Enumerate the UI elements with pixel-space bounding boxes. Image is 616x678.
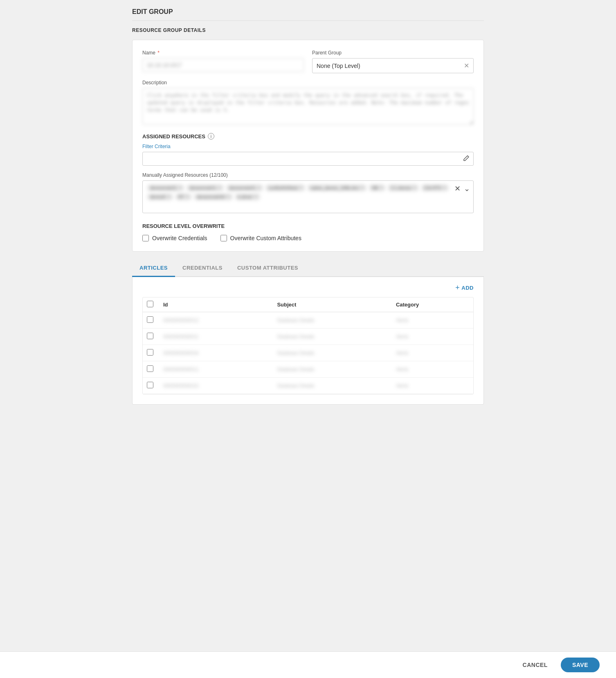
- tag-6: NB ×: [369, 184, 386, 191]
- tabs-row: ARTICLES CREDENTIALS CUSTOM ATTRIBUTES: [132, 260, 484, 277]
- assigned-resources-title: ASSIGNED RESOURCES i: [142, 133, 474, 140]
- add-btn-row: + ADD: [142, 284, 474, 292]
- row-3-id: 0000000000034: [159, 345, 273, 361]
- tag-7: 2.1.device ×: [387, 184, 419, 191]
- articles-table-wrapper[interactable]: Id Subject Category 0000000000012 Databa…: [142, 297, 474, 394]
- col-id: Id: [159, 297, 273, 312]
- row-1-id: 0000000000012: [159, 312, 273, 329]
- overwrite-section-title: RESOURCE LEVEL OVERWRITE: [142, 223, 474, 229]
- tags-box: devicemstr#1 × devicemstr#1 × devicemstr…: [142, 180, 474, 213]
- tag-10: RT ×: [175, 193, 192, 200]
- table-row: 0000000000011 Database Details Alerts: [143, 361, 473, 378]
- tag-4: conflctHH#test ×: [265, 184, 306, 191]
- description-textarea[interactable]: Click anywhere in the filter criteria bo…: [142, 88, 474, 125]
- tag-2: devicemstr#1 ×: [186, 184, 224, 191]
- resource-group-details-card: Name * Parent Group None (Top Level) ✕ D…: [132, 40, 484, 252]
- description-label: Description: [142, 80, 474, 86]
- parent-group-label: Parent Group: [312, 50, 474, 56]
- manually-assigned-label: Manually Assigned Resources (12/100): [142, 172, 474, 178]
- name-label: Name *: [142, 50, 304, 56]
- tag-5: native_device_168k.drvr ×: [307, 184, 367, 191]
- row-5-subject: Database Details: [273, 378, 391, 394]
- articles-table: Id Subject Category 0000000000012 Databa…: [143, 297, 473, 394]
- parent-group-group: Parent Group None (Top Level) ✕: [312, 50, 474, 73]
- overwrite-custom-attributes-checkbox[interactable]: [220, 235, 227, 241]
- overwrite-custom-attributes-item: Overwrite Custom Attributes: [220, 235, 301, 241]
- name-group: Name *: [142, 50, 304, 73]
- overwrite-custom-attributes-label: Overwrite Custom Attributes: [230, 235, 301, 241]
- edit-filter-icon[interactable]: [463, 155, 470, 163]
- col-subject: Subject: [273, 297, 391, 312]
- select-all-checkbox[interactable]: [147, 301, 153, 307]
- row-2-subject: Database Details: [273, 329, 391, 345]
- tab-custom-attributes[interactable]: CUSTOM ATTRIBUTES: [230, 260, 306, 277]
- add-button[interactable]: + ADD: [455, 284, 474, 292]
- row-3-checkbox[interactable]: [147, 349, 153, 356]
- row-4-subject: Database Details: [273, 361, 391, 378]
- row-2-category: Alerts: [392, 329, 473, 345]
- tag-1: devicemstr#1 ×: [147, 184, 184, 191]
- table-header: Id Subject Category: [143, 297, 473, 312]
- section-title: RESOURCE GROUP DETAILS: [132, 27, 484, 33]
- col-checkbox: [143, 297, 159, 312]
- tag-8: 216.RT5 ×: [421, 184, 449, 191]
- tag-11: devicemstrHH ×: [193, 193, 233, 200]
- table-row: 0000000000021 Database Details Alerts: [143, 329, 473, 345]
- row-5-checkbox[interactable]: [147, 382, 153, 388]
- tags-box-actions: ✕ ⌄: [454, 184, 470, 193]
- tab-credentials[interactable]: CREDENTIALS: [175, 260, 230, 277]
- parent-group-select[interactable]: None (Top Level) ✕: [312, 58, 474, 73]
- row-5-category: Alerts: [392, 378, 473, 394]
- filter-criteria-wrap: agent.version = "15.0.0-1": [142, 152, 474, 166]
- tag-9: device5 ×: [147, 193, 173, 200]
- row-3-subject: Database Details: [273, 345, 391, 361]
- tag-12: k.driver ×: [235, 193, 261, 200]
- row-5-id: 0000000000010: [159, 378, 273, 394]
- clear-parent-group-icon[interactable]: ✕: [464, 62, 469, 70]
- row-1-subject: Database Details: [273, 312, 391, 329]
- add-label: ADD: [461, 285, 474, 291]
- row-3-category: Alerts: [392, 345, 473, 361]
- row-4-category: Alerts: [392, 361, 473, 378]
- overwrite-credentials-label: Overwrite Credentials: [152, 235, 207, 241]
- name-parent-row: Name * Parent Group None (Top Level) ✕: [142, 50, 474, 73]
- row-2-checkbox[interactable]: [147, 333, 153, 339]
- row-1-category: Alerts: [392, 312, 473, 329]
- tab-content-articles: + ADD Id Subject Category: [132, 277, 484, 405]
- row-4-checkbox[interactable]: [147, 365, 153, 372]
- tag-3: devicemstr#1 ×: [226, 184, 263, 191]
- expand-tags-icon[interactable]: ⌄: [464, 184, 470, 193]
- add-plus-icon: +: [455, 284, 460, 292]
- page-title: EDIT GROUP: [132, 8, 484, 21]
- table-row: 0000000000012 Database Details Alerts: [143, 312, 473, 329]
- table-row: 0000000000034 Database Details Alerts: [143, 345, 473, 361]
- name-input[interactable]: [142, 58, 304, 72]
- parent-group-value: None (Top Level): [317, 63, 360, 69]
- clear-tags-icon[interactable]: ✕: [454, 184, 461, 193]
- overwrite-row: Overwrite Credentials Overwrite Custom A…: [142, 235, 474, 241]
- table-body: 0000000000012 Database Details Alerts 00…: [143, 312, 473, 394]
- row-4-id: 0000000000011: [159, 361, 273, 378]
- required-asterisk: *: [157, 50, 160, 56]
- tab-articles[interactable]: ARTICLES: [132, 260, 175, 277]
- overwrite-credentials-checkbox[interactable]: [142, 235, 149, 241]
- save-button[interactable]: SAVE: [561, 658, 600, 672]
- row-2-id: 0000000000021: [159, 329, 273, 345]
- table-row: 0000000000010 Database Details Alerts: [143, 378, 473, 394]
- filter-criteria-input[interactable]: agent.version = "15.0.0-1": [142, 152, 474, 166]
- bottom-bar: CANCEL SAVE: [0, 651, 616, 678]
- filter-criteria-label: Filter Criteria: [142, 144, 474, 149]
- cancel-button[interactable]: CANCEL: [516, 658, 554, 672]
- assigned-resources-info-icon[interactable]: i: [208, 133, 214, 140]
- overwrite-credentials-item: Overwrite Credentials: [142, 235, 207, 241]
- row-1-checkbox[interactable]: [147, 316, 153, 323]
- col-category: Category: [392, 297, 473, 312]
- description-group: Description Click anywhere in the filter…: [142, 80, 474, 125]
